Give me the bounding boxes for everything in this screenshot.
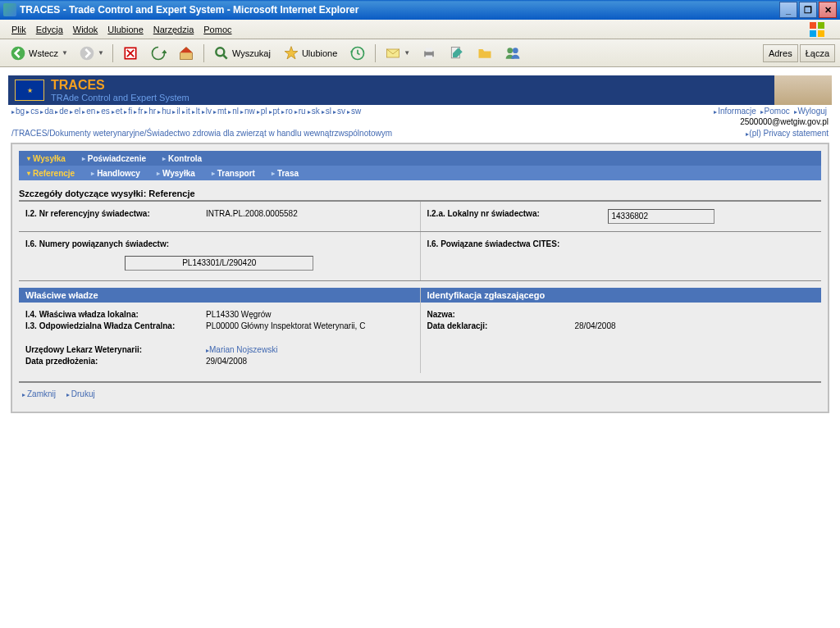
menu-bar: Plik Edycja Widok Ulubione Narzędzia Pom… [0,20,840,39]
svg-point-7 [216,48,224,56]
back-icon [9,44,27,62]
stop-button[interactable] [117,43,144,64]
svg-rect-2 [810,30,816,37]
close-button[interactable]: ✕ [819,2,837,18]
svg-point-4 [11,46,25,60]
window-titlebar: TRACES - Trade Control and Expert System… [0,0,840,20]
search-button[interactable]: Wyszukaj [208,43,276,64]
search-icon [212,44,231,62]
menu-help[interactable]: Pomoc [199,23,236,36]
history-button[interactable] [345,43,371,64]
restore-button[interactable]: ❐ [799,2,817,18]
windows-logo-icon [801,20,833,39]
star-icon [282,44,300,62]
svg-point-5 [80,46,94,60]
home-button[interactable] [173,43,199,64]
mail-icon [384,44,402,62]
home-icon [177,44,195,62]
messenger-button[interactable] [500,43,526,64]
menu-view[interactable]: Widok [68,23,103,36]
edit-button[interactable] [444,43,470,64]
svg-rect-1 [818,22,824,29]
svg-point-14 [508,48,514,53]
print-icon [420,44,438,62]
menu-edit[interactable]: Edycja [31,23,68,36]
chevron-down-icon: ▼ [404,49,410,57]
favorites-button[interactable]: Ulubione [278,43,343,64]
svg-rect-3 [818,30,824,37]
people-icon [504,44,522,62]
minimize-button[interactable]: _ [779,2,797,18]
forward-icon [78,44,96,62]
stop-icon [121,44,139,62]
chevron-down-icon: ▼ [98,49,104,57]
menu-tools[interactable]: Narzędzia [148,23,199,36]
refresh-icon [149,44,167,62]
svg-point-15 [513,48,518,53]
toolbar: Wstecz ▼ ▼ Wyszukaj Ulubione ▼ Adres Łąc… [0,39,840,67]
address-label[interactable]: Adres [763,44,798,62]
print-button[interactable] [416,43,442,64]
discuss-button[interactable] [472,43,498,64]
svg-rect-12 [426,55,432,58]
edit-icon [448,44,466,62]
refresh-button[interactable] [145,43,171,64]
window-title: TRACES - Trade Control and Expert System… [20,4,779,16]
svg-rect-0 [810,22,816,29]
menu-file[interactable]: Plik [7,23,31,36]
links-label[interactable]: Łącza [800,44,835,62]
chevron-down-icon: ▼ [62,49,68,57]
back-button[interactable]: Wstecz ▼ [5,43,72,64]
app-icon [3,3,16,16]
history-icon [349,44,367,62]
menu-favorites[interactable]: Ulubione [103,23,148,36]
svg-rect-11 [426,48,432,52]
mail-button[interactable]: ▼ [380,43,414,64]
forward-button[interactable]: ▼ [74,43,108,64]
folder-icon [476,44,494,62]
